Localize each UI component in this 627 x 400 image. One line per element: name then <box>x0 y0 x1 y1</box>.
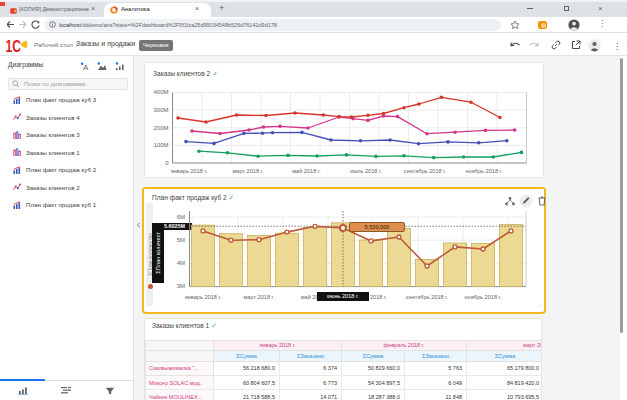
svg-text:январь 2018 г.: январь 2018 г. <box>185 294 222 300</box>
svg-text:март 2018 г.: март 2018 г. <box>244 294 275 300</box>
svg-text:сентябрь 2018 г.: сентябрь 2018 г. <box>404 168 447 174</box>
svg-text:4M: 4M <box>177 260 185 266</box>
svg-text:100M: 100M <box>153 142 168 148</box>
svg-text:200M: 200M <box>153 125 168 131</box>
svg-text:ноябрь 2018 г.: ноябрь 2018 г. <box>466 168 503 174</box>
svg-text:ноябрь 2018 г.: ноябрь 2018 г. <box>465 294 502 300</box>
svg-text:400M: 400M <box>153 89 168 95</box>
svg-text:A: A <box>83 63 89 71</box>
svg-text:300M: 300M <box>153 107 168 113</box>
svg-text:3M: 3M <box>177 283 185 289</box>
svg-text:март 2018 г.: март 2018 г. <box>233 168 264 174</box>
svg-text:июль 2018 г.: июль 2018 г. <box>350 168 382 174</box>
svg-text:1С: 1С <box>6 39 22 53</box>
svg-text:сентябрь 2018 г.: сентябрь 2018 г. <box>406 294 449 300</box>
svg-text:0: 0 <box>165 160 169 166</box>
svg-text:январь 2018 г.: январь 2018 г. <box>171 168 208 174</box>
svg-text:6M: 6M <box>177 214 185 220</box>
svg-text:май 2018 г.: май 2018 г. <box>292 168 321 174</box>
svg-text:5M: 5M <box>177 237 185 243</box>
